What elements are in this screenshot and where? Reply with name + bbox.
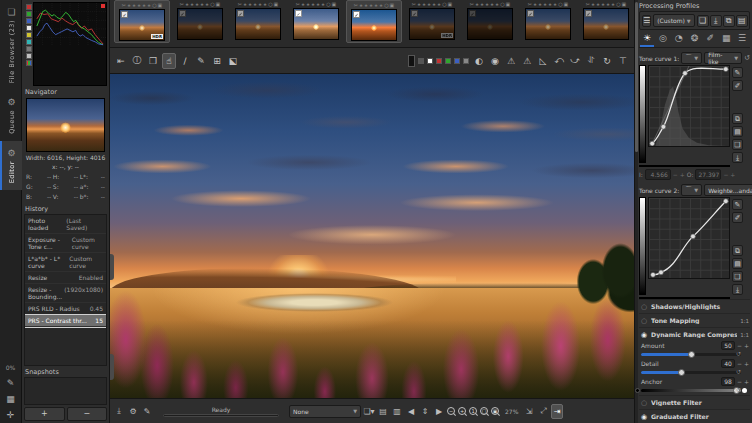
star-icon[interactable]: ★	[591, 1, 595, 8]
perspective-icon[interactable]: ⬕	[226, 53, 240, 69]
filmstrip-thumbnail[interactable]: ✂★★★★★○▣✓	[172, 0, 228, 41]
curve-mode-2-select[interactable]: Weighte...andard▼	[704, 184, 752, 196]
color-label-icon[interactable]: ○	[326, 1, 330, 8]
histogram-toggle-7[interactable]	[26, 53, 32, 59]
trash-icon[interactable]: ▣	[564, 1, 569, 8]
thumbnail-image[interactable]: ✓HDR	[119, 9, 165, 41]
slider-value[interactable]: 98	[721, 377, 735, 386]
clip-icon[interactable]: ✂	[412, 1, 416, 8]
slider-minus[interactable]: −	[737, 378, 742, 385]
queue-process-icon[interactable]: ⚙	[127, 404, 139, 419]
tab-exposure[interactable]: ☀	[640, 33, 654, 47]
clip-icon[interactable]: ✂	[180, 1, 184, 8]
image-viewport[interactable]	[110, 74, 634, 398]
slider-minus[interactable]: −	[737, 342, 742, 349]
filmstrip-thumbnail[interactable]: ✂★★★★★○▣✓HDR	[404, 0, 460, 41]
star-icon[interactable]: ★	[543, 1, 547, 8]
history-row[interactable]: Exposure - Tone c...Custom curve	[25, 234, 106, 253]
remove-snapshot-button[interactable]: −	[67, 407, 108, 421]
clip-icon[interactable]: ✂	[528, 1, 532, 8]
reset-curve-1-icon[interactable]: ↺	[744, 54, 750, 62]
profile-list-icon[interactable]: ☰	[642, 15, 651, 27]
clipping-indicator[interactable]	[101, 4, 105, 8]
power-icon[interactable]: ○	[640, 399, 648, 407]
section-tone-mapping[interactable]: ○Tone Mapping1:1	[639, 313, 750, 327]
slider-reset-icon[interactable]: ↺	[736, 368, 741, 375]
prev-image-icon[interactable]: ◀	[405, 404, 417, 419]
zoom-out-icon[interactable]: −	[447, 407, 455, 415]
batch-profile-select[interactable]: None▼	[289, 405, 361, 418]
tab-advanced[interactable]: ❂	[687, 33, 701, 47]
power-icon[interactable]: ○	[640, 303, 648, 311]
tone-curve-1-editor[interactable]	[648, 65, 730, 147]
detail-window-icon[interactable]: ⇲	[523, 404, 535, 419]
bg-color-chip-4[interactable]	[445, 58, 451, 64]
fullscreen-icon[interactable]: ⤢	[537, 404, 549, 419]
raw-histogram-icon[interactable]: ◺	[536, 53, 550, 69]
star-icon[interactable]: ★	[316, 1, 320, 8]
star-icon[interactable]: ★	[538, 1, 542, 8]
star-icon[interactable]: ★	[533, 1, 537, 8]
color-label-icon[interactable]: ○	[616, 1, 620, 8]
navigator-thumbnail[interactable]	[26, 98, 105, 152]
grid-icon[interactable]: ▦	[6, 394, 15, 404]
bg-color-chip-0[interactable]	[408, 55, 415, 67]
profile-select[interactable]: (Custom)▼	[653, 14, 695, 27]
star-icon[interactable]: ★	[480, 1, 484, 8]
copy-curve-icon[interactable]: ⧉	[732, 113, 743, 124]
star-icon[interactable]: ★	[190, 1, 194, 8]
tab-transform[interactable]: ✐	[703, 33, 717, 47]
pin-icon[interactable]: ⊤	[616, 53, 630, 69]
star-icon[interactable]: ★	[200, 1, 204, 8]
color-picker-icon[interactable]: ✎	[194, 53, 208, 69]
star-icon[interactable]: ★	[205, 1, 209, 8]
color-label-icon[interactable]: ○	[210, 1, 214, 8]
star-icon[interactable]: ★	[379, 2, 383, 9]
slider-track[interactable]: ↺	[641, 353, 741, 356]
star-icon[interactable]: ★	[437, 1, 441, 8]
color-label-icon[interactable]: ○	[268, 1, 272, 8]
paste-profile-icon[interactable]: ▤	[736, 15, 748, 27]
bg-color-chip-6[interactable]	[463, 58, 469, 64]
load-curve-icon[interactable]: ❏	[732, 271, 743, 282]
shadow-clip-icon[interactable]: ⚠	[504, 53, 518, 69]
star-icon[interactable]: ★	[311, 1, 315, 8]
star-icon[interactable]: ★	[248, 1, 252, 8]
add-snapshot-button[interactable]: +	[24, 407, 65, 421]
tab-metadata[interactable]: ☰	[735, 33, 749, 47]
thumbnail-image[interactable]: ✓	[235, 8, 281, 40]
filmstrip-thumbnail[interactable]: ✂★★★★★○▣✓	[230, 0, 286, 41]
rotate-right-icon[interactable]: ⤻	[568, 53, 582, 69]
color-label-icon[interactable]: ○	[558, 1, 562, 8]
histogram-toggle-5[interactable]	[26, 39, 32, 45]
external-editor-icon[interactable]: ✎	[141, 404, 153, 419]
sidebar-tab-editor[interactable]: ⚙Editor	[0, 141, 22, 190]
zoom-in-icon[interactable]: +	[458, 407, 466, 415]
slider-reset-icon[interactable]: ↺	[736, 350, 741, 357]
star-icon[interactable]: ★	[142, 2, 146, 9]
history-row[interactable]: Photo loaded(Last Saved)	[25, 215, 106, 234]
thumbnail-image[interactable]: ✓	[293, 8, 339, 40]
star-icon[interactable]: ★	[611, 1, 615, 8]
filmstrip-thumbnail[interactable]: ✂★★★★★○▣✓	[346, 0, 402, 43]
edit-point-icon[interactable]: ✎	[732, 199, 743, 210]
trash-icon[interactable]: ▣	[448, 1, 453, 8]
copy-profile-icon[interactable]: ⧉	[723, 15, 735, 27]
star-icon[interactable]: ★	[606, 1, 610, 8]
star-icon[interactable]: ★	[258, 1, 262, 8]
thumbnail-image[interactable]: ✓	[525, 8, 571, 40]
slider-track[interactable]: ↺	[641, 389, 741, 392]
left-panel-grip2[interactable]	[110, 354, 114, 380]
slider-reset-icon[interactable]: ↺	[736, 386, 741, 393]
slider-minus[interactable]: −	[737, 360, 742, 367]
slider-value[interactable]: 50	[721, 341, 735, 350]
tab-detail[interactable]: ◎	[656, 33, 670, 47]
paste-curve-icon[interactable]: ▤	[732, 126, 743, 137]
star-icon[interactable]: ★	[132, 2, 136, 9]
tone-curve-2-editor[interactable]	[648, 197, 730, 279]
zoom-fit-crop-icon[interactable]: ▣	[491, 407, 499, 415]
trash-icon[interactable]: ▣	[622, 1, 627, 8]
clip-icon[interactable]: ✂	[122, 2, 126, 9]
clip-icon[interactable]: ✂	[238, 1, 242, 8]
history-row[interactable]: L*a*b* - L* curveCustom curve	[25, 253, 106, 272]
